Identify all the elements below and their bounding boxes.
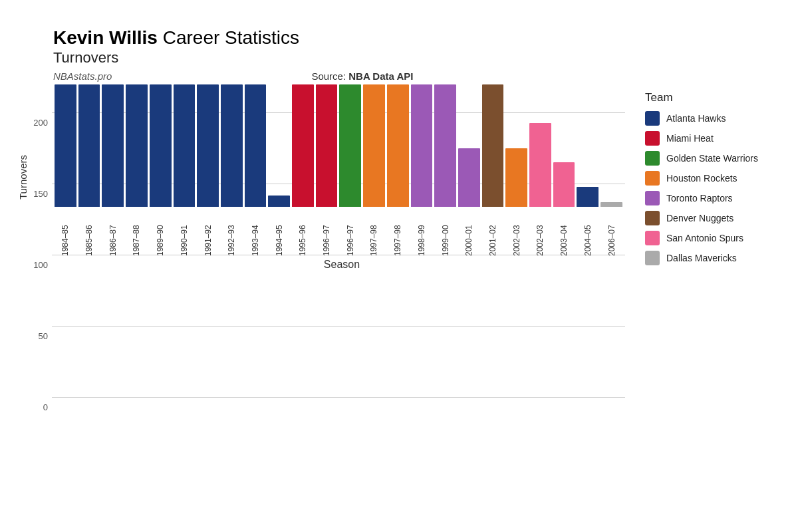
x-label-col: 1989–90 [150,208,172,256]
bar [221,84,243,207]
bar-col [434,84,456,207]
bar-col [102,84,124,207]
bar-col [458,84,480,207]
bar-col [482,84,504,207]
chart-subtitle: Turnovers [53,49,785,66]
legend-label: Houston Rockets [666,173,737,184]
bar [245,84,267,207]
x-label-col: 1993–94 [245,208,267,256]
x-label-col: 1984–85 [55,208,76,256]
x-label-col: 2003–04 [553,208,575,256]
title-bold: Kevin Willis [53,27,158,48]
x-label-col: 1998–99 [411,208,433,256]
x-label: 1989–90 [156,208,165,256]
x-label-col: 1986–87 [102,208,124,256]
legend-label: Dallas Mavericks [666,253,737,263]
x-label-col: 1996–97 [316,208,338,256]
x-label-col: 1994–95 [268,208,290,256]
legend-item: Atlanta Hawks [645,111,785,126]
bar [339,84,361,207]
x-label: 2000–01 [464,208,473,256]
plot-area: 050100150200 [52,84,625,207]
x-label: 2004–05 [583,208,593,256]
legend-swatch [645,151,660,166]
x-label-col: 1991–92 [197,208,219,256]
chart-and-x: 050100150200 1984–851985–861986–871987–8… [32,84,632,271]
legend-item: Houston Rockets [645,171,785,186]
legend-label: San Antonio Spurs [666,233,743,243]
bar [78,84,100,207]
bar [482,84,504,207]
source-label: Source: [311,70,348,82]
bar [102,84,124,207]
y-axis-label: Turnovers [13,84,32,271]
x-label-col: 1997–98 [363,208,385,256]
source-main: Source: NBA Data API [311,70,413,82]
x-label: 1997–98 [369,208,378,256]
chart-container: Kevin Willis Career Statistics Turnovers… [0,0,798,532]
bar [505,148,527,207]
legend-label: Atlanta Hawks [666,113,726,124]
legend-item: Golden State Warriors [645,151,785,166]
legend-item: Dallas Mavericks [645,251,785,265]
x-label: 1987–88 [132,208,141,256]
x-label: 1990–91 [180,208,189,256]
x-label-col: 1992–93 [221,208,243,256]
gridline [52,326,625,327]
bar [411,84,433,207]
legend-swatch [645,171,660,186]
x-label-col: 2006–07 [600,208,622,256]
legend-swatch [645,231,660,245]
legend-label: Denver Nuggets [666,213,733,223]
x-label: 1984–85 [61,208,70,256]
legend-swatch [645,251,660,265]
x-label-col: 2000–01 [458,208,480,256]
source-line: NBAstats.pro Source: NBA Data API [53,70,785,82]
bar [316,84,338,207]
legend-swatch [645,211,660,225]
bar [268,196,290,207]
legend-swatch [645,191,660,205]
chart-title: Kevin Willis Career Statistics [53,27,785,49]
bar [126,84,148,207]
chart-body: Turnovers 050100150200 1984–851985–86198… [13,84,785,271]
x-label: 2002–03 [512,208,521,256]
bar [458,148,480,207]
y-tick-label: 0 [43,402,52,412]
legend-swatch [645,131,660,146]
gridline [52,397,625,398]
legend-items: Atlanta HawksMiami HeatGolden State Warr… [645,111,785,265]
bar-col [600,84,622,207]
bar [553,162,575,206]
bar-col [411,84,433,207]
x-label-col: 2002–03 [505,208,527,256]
bar-col [292,84,314,207]
x-label: 1985–86 [84,208,94,256]
bar-col [126,84,148,207]
bar [577,187,598,207]
bar-col [505,84,527,207]
x-label: 2006–07 [607,208,616,256]
x-label: 1991–92 [203,208,213,256]
title-area: Kevin Willis Career Statistics Turnovers [53,27,785,66]
bar [174,84,196,207]
x-label: 2003–04 [559,208,569,256]
bar [529,123,551,207]
x-label-col: 2002–03 [529,208,551,256]
x-label: 1998–99 [417,208,426,256]
x-label: 1986–87 [108,208,118,256]
bar-col [245,84,267,207]
x-label-col: 1997–98 [387,208,409,256]
legend-label: Toronto Raptors [666,193,733,203]
source-api: NBA Data API [348,70,413,82]
x-axis-area: 1984–851985–861986–871987–881989–901990–… [52,208,625,256]
bars-row [52,84,625,207]
y-tick-label: 50 [39,331,52,340]
x-label-col: 1995–96 [292,208,314,256]
x-label: 1995–96 [298,208,307,256]
bar [150,84,172,207]
legend: Team Atlanta HawksMiami HeatGolden State… [632,84,785,271]
x-label-col: 2004–05 [577,208,598,256]
x-label: 1994–95 [275,208,284,256]
y-tick-label: 200 [33,118,52,128]
